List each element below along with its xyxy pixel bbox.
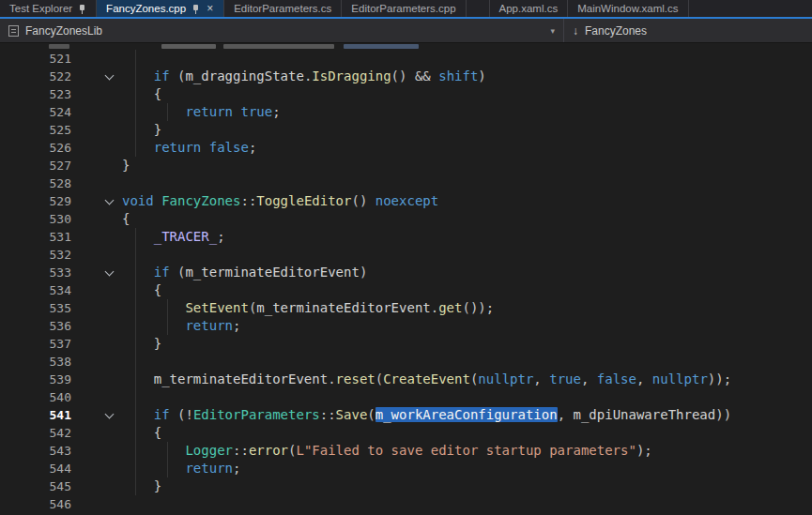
code-text: return false; [122, 139, 256, 157]
fold-collapse-icon[interactable] [105, 409, 115, 418]
line-number: 526 [0, 141, 71, 155]
code-text: if (m_terminateEditorEvent) [122, 264, 367, 281]
code-line-523[interactable]: 523 { [0, 85, 812, 103]
clipped-line-fragment [49, 44, 69, 49]
code-text: } [122, 477, 161, 495]
line-number: 528 [0, 176, 71, 190]
line-number: 541 [0, 408, 71, 422]
project-dropdown-label: FancyZonesLib [25, 24, 102, 38]
code-text: void FancyZones::ToggleEditor() noexcept [122, 192, 438, 210]
code-line-527[interactable]: 527} [0, 157, 812, 174]
pin-icon[interactable] [192, 4, 200, 14]
code-line-533[interactable]: 533 if (m_terminateEditorEvent) [0, 264, 812, 281]
code-line-534[interactable]: 534 { [0, 281, 812, 299]
line-number: 535 [0, 301, 71, 315]
code-text: SetEvent(m_terminateEditorEvent.get()); [122, 299, 494, 317]
line-number: 536 [0, 319, 71, 333]
pin-icon[interactable] [78, 4, 86, 14]
code-text: { [122, 424, 161, 442]
line-number: 529 [0, 194, 71, 208]
code-line-546[interactable]: 546 [0, 495, 812, 513]
tab-fancyzones-cpp[interactable]: FancyZones.cpp× [97, 0, 224, 17]
tab-label: MainWindow.xaml.cs [577, 3, 678, 14]
line-number: 543 [0, 444, 71, 458]
code-line-540[interactable]: 540 [0, 388, 812, 406]
code-line-521[interactable]: 521 [0, 50, 812, 68]
tab-editorparameters-cpp[interactable]: EditorParameters.cpp [342, 0, 466, 17]
code-text: return; [122, 460, 240, 477]
code-line-544[interactable]: 544 return; [0, 460, 812, 477]
fold-collapse-icon[interactable] [105, 266, 115, 276]
code-line-536[interactable]: 536 return; [0, 317, 812, 335]
code-editor[interactable]: 521522 if (m_draggingState.IsDragging() … [0, 43, 812, 515]
tab-label: EditorParameters.cpp [351, 3, 455, 14]
type-dropdown[interactable]: ↓ FancyZones [564, 19, 812, 42]
ide-window: Test ExplorerFancyZones.cpp×EditorParame… [0, 0, 812, 515]
code-line-545[interactable]: 545 } [0, 477, 812, 495]
tab-editorparameters-cs[interactable]: EditorParameters.cs [224, 0, 342, 17]
code-text: } [122, 121, 161, 139]
fold-collapse-icon[interactable] [105, 70, 115, 80]
code-line-537[interactable]: 537 } [0, 335, 812, 353]
clipped-line-fragment [223, 44, 334, 49]
code-line-522[interactable]: 522 if (m_draggingState.IsDragging() && … [0, 68, 812, 85]
line-number: 530 [0, 212, 71, 226]
tab-mainwindow-xaml-cs[interactable]: MainWindow.xaml.cs [568, 0, 688, 17]
code-line-535[interactable]: 535 SetEvent(m_terminateEditorEvent.get(… [0, 299, 812, 317]
code-text: { [122, 281, 161, 299]
code-line-532[interactable]: 532 [0, 246, 812, 264]
line-number: 524 [0, 105, 71, 119]
project-dropdown[interactable]: FancyZonesLib ▾ [0, 19, 564, 42]
clipped-line-fragment [344, 44, 419, 49]
code-text: _TRACER_; [122, 228, 225, 246]
close-icon[interactable]: × [206, 3, 214, 14]
code-text: } [122, 157, 130, 174]
code-text: return true; [122, 103, 281, 121]
code-text: if (m_draggingState.IsDragging() && shif… [122, 68, 486, 85]
line-number: 546 [0, 497, 71, 511]
line-number: 523 [0, 87, 71, 101]
clipped-line-fragment [161, 44, 216, 49]
line-number: 542 [0, 426, 71, 440]
tab-app-xaml-cs[interactable]: App.xaml.cs [489, 0, 569, 17]
line-number: 545 [0, 479, 71, 493]
tab-label: EditorParameters.cs [234, 3, 331, 14]
tab-bar: Test ExplorerFancyZones.cpp×EditorParame… [0, 0, 812, 19]
line-number: 539 [0, 372, 71, 386]
code-line-528[interactable]: 528 [0, 174, 812, 192]
code-line-526[interactable]: 526 return false; [0, 139, 812, 157]
line-number: 537 [0, 337, 71, 351]
code-text: return; [122, 317, 240, 335]
line-number: 525 [0, 123, 71, 137]
code-text: { [122, 210, 130, 228]
code-text: if (!EditorParameters::Save(m_workAreaCo… [122, 406, 731, 424]
code-text: } [122, 335, 161, 353]
fold-collapse-icon[interactable] [105, 195, 115, 204]
selected-symbol[interactable]: m_workAreaConfiguration [375, 407, 558, 422]
line-number: 521 [0, 52, 71, 66]
line-number: 534 [0, 283, 71, 297]
line-number: 544 [0, 462, 71, 476]
code-line-529[interactable]: 529void FancyZones::ToggleEditor() noexc… [0, 192, 812, 210]
code-text: m_terminateEditorEvent.reset(CreateEvent… [122, 371, 731, 388]
line-number: 540 [0, 390, 71, 404]
chevron-down-icon: ▾ [550, 26, 555, 36]
code-line-539[interactable]: 539 m_terminateEditorEvent.reset(CreateE… [0, 371, 812, 388]
code-line-530[interactable]: 530{ [0, 210, 812, 228]
tab-label: FancyZones.cpp [106, 3, 186, 14]
code-line-525[interactable]: 525 } [0, 121, 812, 139]
line-number: 538 [0, 355, 71, 369]
line-number: 533 [0, 265, 71, 280]
code-line-538[interactable]: 538 [0, 353, 812, 371]
line-number: 522 [0, 69, 71, 83]
code-text: { [122, 85, 161, 103]
down-arrow-icon: ↓ [573, 24, 578, 38]
code-line-541[interactable]: 541 if (!EditorParameters::Save(m_workAr… [0, 406, 812, 424]
code-line-543[interactable]: 543 Logger::error(L"Failed to save edito… [0, 442, 812, 460]
code-line-531[interactable]: 531 _TRACER_; [0, 228, 812, 246]
project-icon [8, 25, 19, 37]
code-line-524[interactable]: 524 return true; [0, 103, 812, 121]
code-line-542[interactable]: 542 { [0, 424, 812, 442]
tab-test-explorer[interactable]: Test Explorer [0, 0, 97, 17]
line-number: 527 [0, 159, 71, 173]
